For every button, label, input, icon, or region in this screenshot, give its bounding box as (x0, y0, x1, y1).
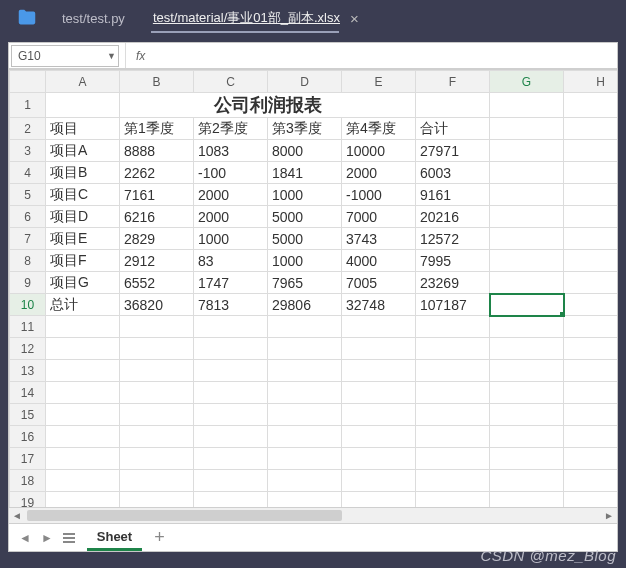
cell-E5[interactable]: -1000 (342, 184, 416, 206)
cell-G10[interactable] (490, 294, 564, 316)
cell-F5[interactable]: 9161 (416, 184, 490, 206)
cell-C10[interactable]: 7813 (194, 294, 268, 316)
cell-D10[interactable]: 29806 (268, 294, 342, 316)
sheet-tab[interactable]: Sheet (87, 525, 142, 551)
cell-F18[interactable] (416, 470, 490, 492)
cell-D13[interactable] (268, 360, 342, 382)
cell-D15[interactable] (268, 404, 342, 426)
cell-F11[interactable] (416, 316, 490, 338)
cell-F12[interactable] (416, 338, 490, 360)
cell-F14[interactable] (416, 382, 490, 404)
cell-H14[interactable] (564, 382, 618, 404)
chevron-down-icon[interactable]: ▼ (107, 51, 116, 61)
cell-F1[interactable] (416, 93, 490, 118)
cell-A19[interactable] (46, 492, 120, 508)
row-header-6[interactable]: 6 (10, 206, 46, 228)
cell-title[interactable]: 公司利润报表 (120, 93, 416, 118)
cell-H7[interactable] (564, 228, 618, 250)
row-header-4[interactable]: 4 (10, 162, 46, 184)
cell-G18[interactable] (490, 470, 564, 492)
col-header-C[interactable]: C (194, 71, 268, 93)
cell-F2[interactable]: 合计 (416, 118, 490, 140)
cell-B5[interactable]: 7161 (120, 184, 194, 206)
cell-G12[interactable] (490, 338, 564, 360)
cell-C19[interactable] (194, 492, 268, 508)
row-header-17[interactable]: 17 (10, 448, 46, 470)
cell-E14[interactable] (342, 382, 416, 404)
cell-H10[interactable] (564, 294, 618, 316)
cell-H11[interactable] (564, 316, 618, 338)
add-sheet-icon[interactable]: + (154, 527, 165, 548)
cell-A12[interactable] (46, 338, 120, 360)
cell-D7[interactable]: 5000 (268, 228, 342, 250)
cell-D19[interactable] (268, 492, 342, 508)
cell-C3[interactable]: 1083 (194, 140, 268, 162)
grid[interactable]: ABCDEFGH1公司利润报表2项目第1季度第2季度第3季度第4季度合计3项目A… (9, 69, 617, 507)
cell-D5[interactable]: 1000 (268, 184, 342, 206)
cell-G11[interactable] (490, 316, 564, 338)
cell-A2[interactable]: 项目 (46, 118, 120, 140)
cell-H19[interactable] (564, 492, 618, 508)
cell-C4[interactable]: -100 (194, 162, 268, 184)
cell-G2[interactable] (490, 118, 564, 140)
cell-G5[interactable] (490, 184, 564, 206)
row-header-8[interactable]: 8 (10, 250, 46, 272)
cell-E4[interactable]: 2000 (342, 162, 416, 184)
cell-E11[interactable] (342, 316, 416, 338)
cell-H9[interactable] (564, 272, 618, 294)
col-header-E[interactable]: E (342, 71, 416, 93)
cell-A6[interactable]: 项目D (46, 206, 120, 228)
cell-C2[interactable]: 第2季度 (194, 118, 268, 140)
cell-H5[interactable] (564, 184, 618, 206)
cell-E13[interactable] (342, 360, 416, 382)
cell-A15[interactable] (46, 404, 120, 426)
cell-A5[interactable]: 项目C (46, 184, 120, 206)
cell-D6[interactable]: 5000 (268, 206, 342, 228)
cell-C6[interactable]: 2000 (194, 206, 268, 228)
cell-B8[interactable]: 2912 (120, 250, 194, 272)
scroll-right-icon[interactable]: ► (601, 508, 617, 523)
col-header-H[interactable]: H (564, 71, 618, 93)
cell-C14[interactable] (194, 382, 268, 404)
cell-F13[interactable] (416, 360, 490, 382)
cell-H13[interactable] (564, 360, 618, 382)
cell-H18[interactable] (564, 470, 618, 492)
row-header-11[interactable]: 11 (10, 316, 46, 338)
cell-G16[interactable] (490, 426, 564, 448)
cell-B16[interactable] (120, 426, 194, 448)
cell-C5[interactable]: 2000 (194, 184, 268, 206)
cell-H15[interactable] (564, 404, 618, 426)
cell-G17[interactable] (490, 448, 564, 470)
cell-B13[interactable] (120, 360, 194, 382)
cell-G9[interactable] (490, 272, 564, 294)
horizontal-scrollbar[interactable]: ◄ ► (9, 507, 617, 523)
cell-D4[interactable]: 1841 (268, 162, 342, 184)
cell-B10[interactable]: 36820 (120, 294, 194, 316)
row-header-13[interactable]: 13 (10, 360, 46, 382)
cell-H4[interactable] (564, 162, 618, 184)
cell-B6[interactable]: 6216 (120, 206, 194, 228)
cell-A8[interactable]: 项目F (46, 250, 120, 272)
row-header-10[interactable]: 10 (10, 294, 46, 316)
row-header-9[interactable]: 9 (10, 272, 46, 294)
cell-G14[interactable] (490, 382, 564, 404)
cell-A10[interactable]: 总计 (46, 294, 120, 316)
cell-D14[interactable] (268, 382, 342, 404)
cell-A13[interactable] (46, 360, 120, 382)
cell-H1[interactable] (564, 93, 618, 118)
cell-F16[interactable] (416, 426, 490, 448)
cell-E9[interactable]: 7005 (342, 272, 416, 294)
cell-D2[interactable]: 第3季度 (268, 118, 342, 140)
cell-A14[interactable] (46, 382, 120, 404)
cell-A16[interactable] (46, 426, 120, 448)
cell-C15[interactable] (194, 404, 268, 426)
cell-E19[interactable] (342, 492, 416, 508)
cell-B9[interactable]: 6552 (120, 272, 194, 294)
cell-G8[interactable] (490, 250, 564, 272)
cell-E12[interactable] (342, 338, 416, 360)
cell-B2[interactable]: 第1季度 (120, 118, 194, 140)
cell-D18[interactable] (268, 470, 342, 492)
cell-F6[interactable]: 20216 (416, 206, 490, 228)
row-header-15[interactable]: 15 (10, 404, 46, 426)
cell-C18[interactable] (194, 470, 268, 492)
